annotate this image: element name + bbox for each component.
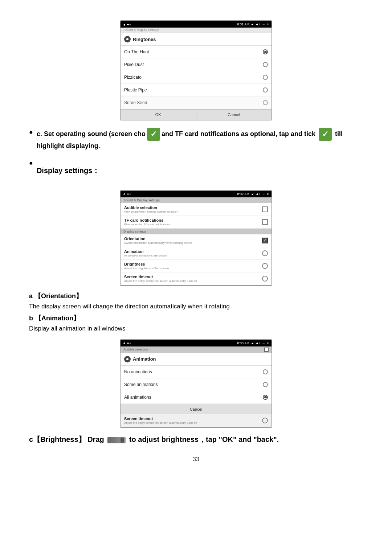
animation-item[interactable]: Animation All window animations are show… [121, 247, 271, 260]
tf-card-subtitle: Play sound for SD card notifications [124, 223, 170, 226]
animation-title: Animation [133, 356, 156, 362]
radio-unselected [263, 87, 268, 93]
screen-timeout-control[interactable] [262, 276, 268, 282]
audible-selection-item[interactable]: Audible selection Play sound when making… [121, 203, 271, 216]
volume-plus-icon: ◄+ [256, 22, 261, 26]
sub-b-text: Display all animation in all windows [29, 324, 363, 333]
checkmark-icon: ✓ [147, 128, 160, 141]
bullet2-section: ● Display settings： [29, 159, 363, 183]
audible-selection-subtitle: Play sound when making screen selection [124, 210, 178, 213]
sub-b-heading: b 【Animation】 [29, 314, 363, 323]
home-icon: ♠ [123, 341, 125, 345]
screen-timeout-item[interactable]: Screen timeout Adjust the delay before t… [121, 272, 271, 285]
topbar-icons-right: 8:33 AM ◄ ◄+ ← ≡ [237, 341, 269, 345]
screen-timeout-circle[interactable] [262, 418, 268, 423]
bullet1-section: ● c. Set operating sound (screen cho✓and… [29, 128, 363, 151]
ringtones-title: Ringtones [133, 37, 156, 42]
animation-screen: ♠ ▪▪▪ 8:33 AM ◄ ◄+ ← ≡ Audible selection [120, 339, 272, 428]
animation-title: Animation [124, 249, 167, 254]
all-animations-item[interactable]: All animations [121, 391, 271, 404]
topbar-icons-left: ♠ ▪▪▪ [123, 192, 131, 196]
ringtone-item-pizzicato[interactable]: Pizzicato [121, 71, 271, 84]
brightness-subtitle: Adjust the brightness of the screen [124, 267, 169, 270]
orientation-subtitle: Switch orientation automatically when ro… [124, 241, 192, 245]
ringtone-name: Pizzicato [124, 75, 142, 80]
signal-icon: ▪▪▪ [127, 22, 131, 26]
screen1-footer: OK Cancel [121, 109, 271, 120]
screen3-top-item: Audible selection [123, 348, 148, 352]
ringtone-name: Plastic Pipe [124, 87, 147, 93]
tf-card-checkbox[interactable] [262, 219, 268, 225]
ringtone-name: On The Hunt [124, 49, 149, 54]
display-settings-label: Display settings： [37, 166, 99, 176]
signal-icon: ▪▪▪ [127, 341, 131, 345]
radio-unselected [263, 369, 268, 374]
ringtone-name: Snare Seed [124, 100, 147, 105]
radio-unselected [263, 75, 268, 80]
page-container: ♠ ▪▪▪ 8:31 AM ◄ ◄+ ← ≡ Sound & display s… [0, 0, 392, 554]
orientation-checkbox[interactable] [262, 238, 268, 243]
radio-unselected [263, 382, 268, 387]
sub-a-heading: a 【Orientation】 [29, 292, 363, 300]
menu-icon: ≡ [267, 341, 269, 345]
brightness-item[interactable]: Brightness Adjust the brightness of the … [121, 260, 271, 272]
screen3-topbar: ♠ ▪▪▪ 8:33 AM ◄ ◄+ ← ≡ [121, 340, 271, 346]
brightness-control[interactable] [262, 263, 268, 269]
tf-card-title: TF card notifications [124, 218, 170, 222]
animation-name: All animations [124, 395, 151, 400]
screen-timeout-bottom-text: Screen timeout Adjust the delay before t… [124, 416, 197, 424]
some-animations-item[interactable]: Some animations [121, 378, 271, 391]
animation-header: Animation [121, 353, 271, 366]
screen2-wrapper: ♠ ▪▪▪ 8:32 AM ◄ ◄+ ← ≡ Sound & Display s… [29, 190, 363, 286]
ringtone-item-pixie-dust[interactable]: Pixie Dust [121, 58, 271, 71]
ringtone-name: Pixie Dust [124, 62, 144, 67]
brightness-instruction: c【Brightness】 Drag to adjust brightness，… [29, 434, 363, 445]
ringtone-item-snare-seed[interactable]: Snare Seed [121, 97, 271, 109]
animation-subtitle: All window animations are shown [124, 254, 167, 257]
screen1-wrapper: ♠ ▪▪▪ 8:31 AM ◄ ◄+ ← ≡ Sound & display s… [29, 20, 363, 120]
back-icon: ← [262, 192, 265, 196]
menu-icon: ≡ [267, 22, 269, 26]
checkmark-icon2: ✓ [319, 128, 332, 141]
ringtones-icon [124, 36, 131, 42]
ringtones-screen: ♠ ▪▪▪ 8:31 AM ◄ ◄+ ← ≡ Sound & display s… [120, 20, 272, 120]
menu-icon: ≡ [267, 192, 269, 196]
topbar-icons-left: ♠ ▪▪▪ [123, 341, 131, 345]
display-screen: ♠ ▪▪▪ 8:32 AM ◄ ◄+ ← ≡ Sound & Display s… [120, 190, 272, 286]
screen-timeout-subtitle: Adjust the delay before the screen autom… [124, 279, 197, 283]
bullet1-item: ● c. Set operating sound (screen cho✓and… [29, 128, 363, 151]
time-display: 8:32 AM [237, 192, 249, 196]
animation-text: Animation All window animations are show… [124, 249, 167, 257]
volume-icon: ◄ [251, 341, 254, 345]
screen-timeout-bottom-item[interactable]: Screen timeout Adjust the delay before t… [121, 414, 271, 427]
brightness-instruction2: to adjust brightness，tap "OK" and "back"… [129, 435, 279, 443]
animation-name: No animations [124, 369, 152, 374]
audible-checkbox[interactable] [262, 206, 268, 212]
orientation-title: Orientation [124, 237, 192, 241]
brightness-slider[interactable] [107, 437, 126, 443]
signal-icon: ▪▪▪ [127, 192, 131, 196]
animation-control[interactable] [262, 250, 268, 256]
topbar-icons-left: ♠ ▪▪▪ [123, 22, 131, 26]
animation-name: Some animations [124, 382, 158, 387]
orientation-item[interactable]: Orientation Switch orientation automatic… [121, 234, 271, 247]
cancel-button[interactable]: Cancel [196, 110, 272, 120]
screen3-top-checkbox [264, 348, 269, 352]
time-display: 8:31 AM [237, 22, 249, 26]
bullet2-dot: ● [29, 159, 33, 168]
tf-card-item[interactable]: TF card notifications Play sound for SD … [121, 216, 271, 229]
radio-selected [263, 49, 268, 54]
screen2-section2-header: Display settings [121, 229, 271, 234]
animation-icon [124, 356, 131, 362]
screen-timeout-title: Screen timeout [124, 275, 197, 279]
ringtone-item-on-the-hunt[interactable]: On The Hunt [121, 46, 271, 58]
ok-button[interactable]: OK [121, 110, 196, 120]
ringtone-item-plastic-pipe[interactable]: Plastic Pipe [121, 84, 271, 97]
volume-icon: ◄ [251, 22, 254, 26]
volume-plus-icon: ◄+ [256, 192, 261, 196]
cancel-button[interactable]: Cancel [121, 404, 271, 414]
radio-selected [263, 395, 268, 400]
no-animations-item[interactable]: No animations [121, 366, 271, 378]
ringtones-header: Ringtones [121, 33, 271, 46]
screen3-footer: Cancel [121, 404, 271, 414]
